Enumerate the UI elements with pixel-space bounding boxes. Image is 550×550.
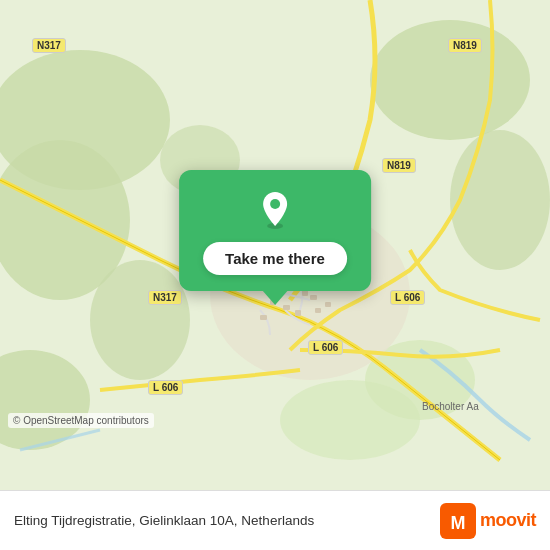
- road-label-n819-mid-right: N819: [382, 158, 416, 173]
- road-label-n317-mid: N317: [148, 290, 182, 305]
- road-label-l606-mid: L 606: [308, 340, 343, 355]
- road-label-bocholter: Bocholter Aa: [418, 400, 483, 413]
- map-container: N317 N819 N819 N819 N317 L 606 L 606 L 6…: [0, 0, 550, 490]
- road-label-l606-right: L 606: [390, 290, 425, 305]
- map-pin-icon: [253, 188, 297, 232]
- svg-rect-20: [260, 315, 267, 320]
- svg-text:M: M: [450, 513, 465, 533]
- svg-rect-21: [315, 308, 321, 313]
- road-label-l606-left: L 606: [148, 380, 183, 395]
- svg-rect-19: [295, 310, 301, 316]
- svg-point-24: [270, 199, 280, 209]
- address-text: Elting Tijdregistratie, Gielinklaan 10A,…: [14, 513, 314, 528]
- bottom-bar: Elting Tijdregistratie, Gielinklaan 10A,…: [0, 490, 550, 550]
- take-me-there-button[interactable]: Take me there: [203, 242, 347, 275]
- moovit-logo: M moovit: [440, 503, 536, 539]
- popup-card: Take me there: [179, 170, 371, 291]
- svg-point-3: [90, 260, 190, 380]
- svg-point-5: [450, 130, 550, 270]
- svg-rect-22: [325, 302, 331, 307]
- svg-rect-18: [283, 305, 290, 310]
- osm-attribution: © OpenStreetMap contributors: [8, 413, 154, 428]
- moovit-brand-icon: M: [440, 503, 476, 539]
- svg-rect-16: [310, 295, 317, 300]
- road-label-n819-top-right: N819: [448, 38, 482, 53]
- svg-point-9: [280, 380, 420, 460]
- moovit-brand-text: moovit: [480, 510, 536, 531]
- road-label-n317-top: N317: [32, 38, 66, 53]
